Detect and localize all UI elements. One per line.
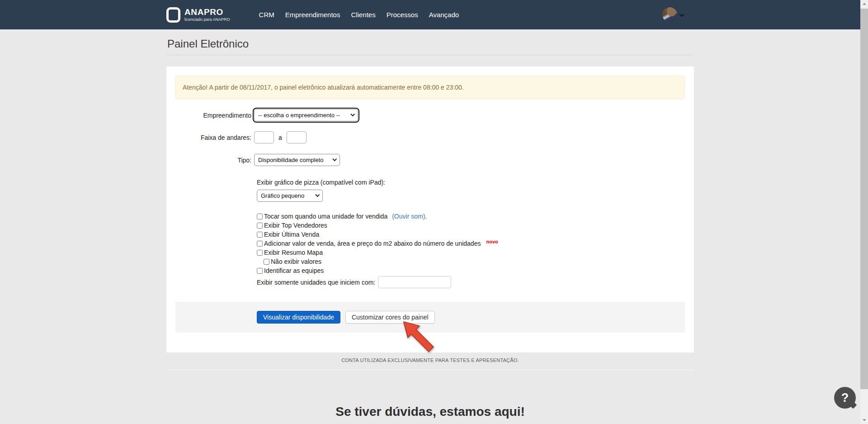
vertical-scrollbar[interactable] xyxy=(860,0,868,424)
nav-item-clientes[interactable]: Clientes xyxy=(345,7,381,22)
tipo-label: Tipo: xyxy=(175,157,254,164)
visualize-availability-button[interactable]: Visualizar disponibilidade xyxy=(257,311,340,324)
test-account-disclaimer: CONTA UTILIZADA EXCLUSIVAMENTE PARA TEST… xyxy=(166,357,694,363)
checkbox-play-sound-label: Tocar som quando uma unidade for vendida xyxy=(264,213,387,220)
pizza-chart-label: Exibir gráfico de pizza (compatível com … xyxy=(257,178,685,187)
annotation-arrow xyxy=(398,318,439,359)
checkbox-resumo-mapa[interactable] xyxy=(257,250,263,256)
help-footer: Se tiver dúvidas, estamos aqui! Horários… xyxy=(166,405,694,424)
unit-prefix-input[interactable] xyxy=(378,276,451,288)
tipo-select-value: Disponibilidade completo xyxy=(258,157,324,163)
chevron-down-icon xyxy=(350,112,355,116)
scrollbar-down-arrow-icon[interactable] xyxy=(860,416,868,424)
checkbox-identificar-equipes-label: Identificar as equipes xyxy=(264,267,324,274)
tipo-select[interactable]: Disponibilidade completo xyxy=(254,154,340,166)
novo-badge: novo xyxy=(486,239,498,244)
scrollbar-up-arrow-icon[interactable] xyxy=(860,0,868,8)
user-menu[interactable] xyxy=(662,7,684,22)
chevron-down-icon xyxy=(679,11,684,16)
checkbox-top-vendedores-label: Exibir Top Vendedores xyxy=(264,222,327,229)
floor-from-input[interactable] xyxy=(254,131,274,143)
question-mark-icon: ? xyxy=(841,391,849,405)
checkbox-ultima-venda-label: Exibir Última Venda xyxy=(264,231,319,238)
anapro-logo-icon xyxy=(166,7,180,23)
page-title: Painel Eletrônico xyxy=(167,38,694,50)
checkbox-valores-m2-label: Adicionar valor de venda, área e preço d… xyxy=(264,240,481,247)
checkbox-identificar-equipes[interactable] xyxy=(257,268,263,274)
floor-to-input[interactable] xyxy=(287,131,307,143)
checkbox-nao-exibir-valores[interactable] xyxy=(264,259,269,265)
warning-alert: Atenção! A partir de 08/11/2017, o paine… xyxy=(175,76,685,99)
options-checkbox-group: Tocar som quando uma unidade for vendida… xyxy=(257,212,685,288)
help-footer-title: Se tiver dúvidas, estamos aqui! xyxy=(166,405,694,419)
checkbox-top-vendedores[interactable] xyxy=(257,223,263,229)
main-content: Painel Eletrônico Atenção! A partir de 0… xyxy=(166,38,694,424)
nav-item-empreendimentos[interactable]: Empreendimentos xyxy=(280,7,346,22)
empreendimento-select[interactable]: -- escolha o empreendimento -- xyxy=(254,109,358,121)
checkbox-valores-m2[interactable] xyxy=(257,241,263,247)
scrollbar-thumb[interactable] xyxy=(860,9,868,389)
nav-item-crm[interactable]: CRM xyxy=(254,7,280,22)
customize-colors-button[interactable]: Customizar cores do painel xyxy=(345,311,435,324)
bottom-divider xyxy=(166,370,694,370)
help-button[interactable]: ? xyxy=(834,387,856,409)
panel-eletronico-card: Atenção! A partir de 08/11/2017, o paine… xyxy=(166,67,694,353)
checkbox-nao-exibir-valores-label: Não exibir valores xyxy=(271,258,321,265)
pizza-chart-select[interactable]: Gráfico pequeno xyxy=(257,190,323,202)
chevron-down-icon xyxy=(315,192,320,197)
checkbox-resumo-mapa-label: Exibir Resumo Mapa xyxy=(264,249,323,256)
anapro-brand[interactable]: ANAPRO licenciado para ANAPRO xyxy=(166,7,230,23)
title-divider xyxy=(166,55,694,55)
nav-item-processos[interactable]: Processos xyxy=(381,7,424,22)
brand-name: ANAPRO xyxy=(184,8,230,16)
nav-item-avancado[interactable]: Avançado xyxy=(424,7,464,22)
ouvir-som-link[interactable]: (Ouvir som) xyxy=(392,213,425,220)
checkbox-play-sound[interactable] xyxy=(257,214,263,219)
main-menu: CRM Empreendimentos Clientes Processos A… xyxy=(254,7,465,22)
faixa-separator: a xyxy=(278,134,282,141)
unit-prefix-label: Exibir somente unidades que iniciem com: xyxy=(257,279,375,286)
brand-subtitle: licenciado para ANAPRO xyxy=(184,18,230,22)
empreendimento-select-value: -- escolha o empreendimento -- xyxy=(258,112,340,119)
panel-actions-footer: Visualizar disponibilidade Customizar co… xyxy=(175,302,685,333)
faixa-andares-label: Faixa de andares: xyxy=(175,134,254,141)
ouvir-som-suffix: . xyxy=(425,213,427,220)
pizza-chart-select-value: Gráfico pequeno xyxy=(261,192,304,199)
panel-settings-form: Empreendimento -- escolha o empreendimen… xyxy=(175,109,685,333)
chevron-down-icon xyxy=(332,157,337,161)
checkbox-ultima-venda[interactable] xyxy=(257,232,263,238)
user-avatar[interactable] xyxy=(662,7,677,22)
top-navbar: ANAPRO licenciado para ANAPRO CRM Empree… xyxy=(0,0,868,29)
empreendimento-label: Empreendimento xyxy=(175,112,254,119)
